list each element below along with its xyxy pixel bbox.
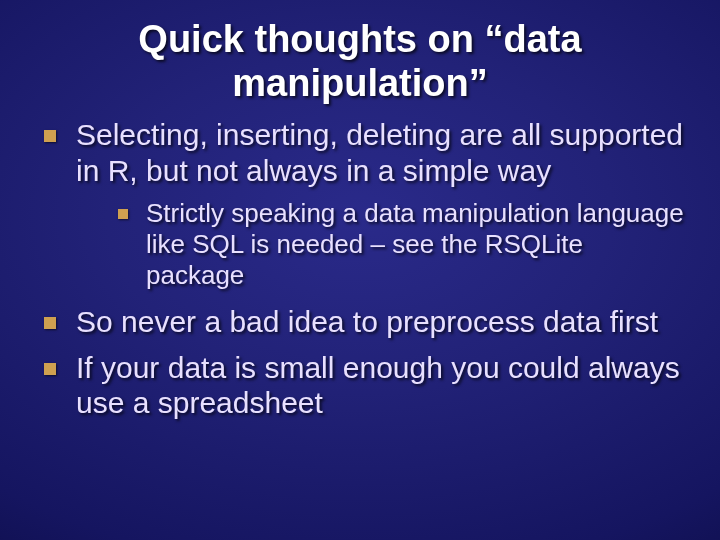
bullet-text: So never a bad idea to preprocess data f… (76, 305, 658, 338)
sub-bullet-list: Strictly speaking a data manipulation la… (76, 198, 684, 290)
list-item: Selecting, inserting, deleting are all s… (36, 117, 684, 290)
list-item: If your data is small enough you could a… (36, 350, 684, 421)
list-item: Strictly speaking a data manipulation la… (112, 198, 684, 290)
bullet-text: Selecting, inserting, deleting are all s… (76, 118, 683, 186)
slide-title: Quick thoughts on “data manipulation” (0, 0, 720, 117)
list-item: So never a bad idea to preprocess data f… (36, 304, 684, 339)
bullet-text: If your data is small enough you could a… (76, 351, 680, 419)
slide: Quick thoughts on “data manipulation” Se… (0, 0, 720, 540)
bullet-list: Selecting, inserting, deleting are all s… (0, 117, 720, 420)
bullet-text: Strictly speaking a data manipulation la… (146, 198, 684, 289)
